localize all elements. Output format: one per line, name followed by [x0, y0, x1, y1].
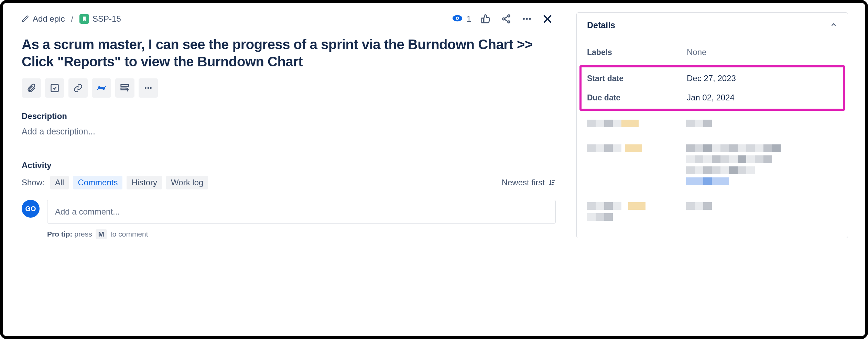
- add-epic-label: Add epic: [33, 14, 65, 24]
- tab-history[interactable]: History: [127, 176, 162, 189]
- issue-title[interactable]: As a scrum master, I can see the progres…: [22, 36, 538, 70]
- due-date-value: Jan 02, 2024: [687, 93, 735, 102]
- details-panel-toggle[interactable]: Details: [577, 13, 848, 38]
- details-panel-title: Details: [587, 20, 615, 30]
- pencil-icon: [22, 15, 29, 23]
- more-actions-button[interactable]: [521, 13, 533, 25]
- date-highlight: Start date Dec 27, 2023 Due date Jan 02,…: [579, 65, 845, 111]
- tab-all[interactable]: All: [50, 176, 69, 189]
- svg-point-8: [529, 18, 531, 20]
- description-heading: Description: [22, 111, 556, 121]
- svg-rect-10: [121, 85, 129, 86]
- svg-point-7: [526, 18, 528, 20]
- redacted-field-1: [587, 120, 837, 131]
- confluence-button[interactable]: [92, 78, 111, 98]
- breadcrumb: Add epic / SSP-15: [22, 14, 121, 24]
- thumbs-up-button[interactable]: [479, 13, 492, 25]
- activity-tabs: Show: All Comments History Work log: [22, 176, 208, 189]
- description-input[interactable]: Add a description...: [22, 127, 556, 136]
- svg-point-14: [150, 87, 152, 89]
- labels-label: Labels: [587, 48, 687, 57]
- sort-icon: [548, 179, 556, 186]
- tab-comments[interactable]: Comments: [73, 176, 122, 189]
- show-label: Show:: [22, 178, 45, 187]
- svg-point-2: [456, 18, 458, 19]
- breadcrumb-separator: /: [71, 14, 73, 24]
- comment-input[interactable]: Add a comment...: [47, 200, 556, 224]
- labels-field[interactable]: Labels None: [587, 41, 837, 63]
- due-date-label: Due date: [587, 93, 687, 102]
- watch-count: 1: [467, 14, 471, 24]
- chevron-up-icon: [830, 21, 837, 30]
- toolbar-more-button[interactable]: [139, 78, 158, 98]
- attach-button[interactable]: [22, 78, 41, 98]
- avatar: GO: [22, 200, 40, 218]
- activity-controls: Show: All Comments History Work log Newe…: [22, 176, 556, 189]
- eye-icon: [452, 12, 463, 25]
- svg-point-12: [145, 87, 147, 89]
- redacted-field-2: [587, 144, 837, 188]
- modal-header: Add epic / SSP-15 1: [22, 12, 556, 25]
- details-panel: Details Labels None Start date Dec 27, 2…: [576, 12, 848, 238]
- watch-button[interactable]: 1: [452, 12, 471, 25]
- svg-rect-9: [51, 85, 58, 92]
- comment-protip: Pro tip: press M to comment: [47, 229, 556, 239]
- svg-point-13: [148, 87, 149, 89]
- add-content-button[interactable]: [115, 78, 134, 98]
- redacted-field-3: [587, 202, 837, 224]
- start-date-field[interactable]: Start date Dec 27, 2023: [587, 69, 837, 88]
- start-date-value: Dec 27, 2023: [687, 74, 736, 83]
- add-subtask-button[interactable]: [45, 78, 64, 98]
- svg-rect-11: [121, 88, 126, 90]
- tab-worklog[interactable]: Work log: [166, 176, 208, 189]
- close-button[interactable]: [541, 13, 554, 25]
- svg-point-6: [523, 18, 525, 20]
- add-epic-link[interactable]: Add epic: [22, 14, 65, 24]
- activity-heading: Activity: [22, 161, 556, 170]
- labels-value: None: [687, 47, 706, 57]
- issue-key-link[interactable]: SSP-15: [79, 14, 121, 24]
- header-actions: 1: [452, 12, 554, 25]
- start-date-label: Start date: [587, 74, 687, 83]
- content-toolbar: [22, 78, 556, 98]
- story-icon: [79, 14, 89, 24]
- sort-button[interactable]: Newest first: [502, 178, 556, 187]
- sort-label: Newest first: [502, 178, 545, 187]
- share-button[interactable]: [500, 13, 512, 25]
- link-button[interactable]: [68, 78, 88, 98]
- issue-key-label: SSP-15: [93, 14, 121, 24]
- comment-composer: GO Add a comment... Pro tip: press M to …: [22, 200, 556, 239]
- due-date-field[interactable]: Due date Jan 02, 2024: [587, 88, 837, 107]
